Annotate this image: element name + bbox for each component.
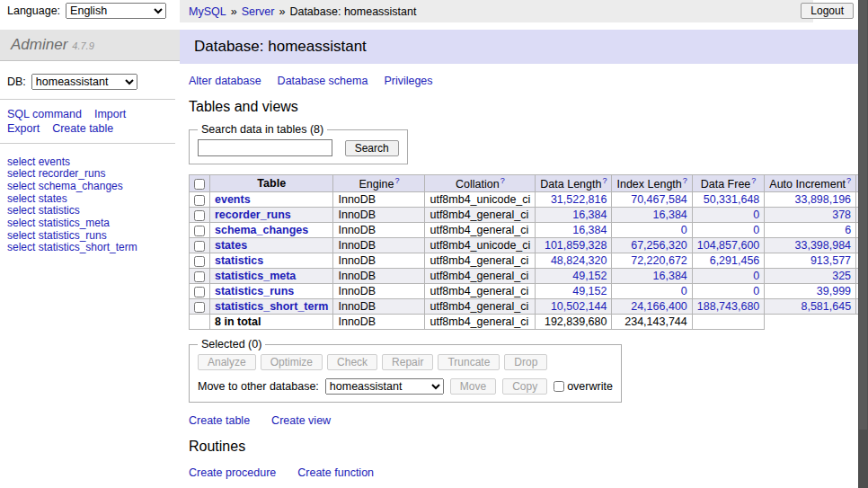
selected-action-button[interactable]: Drop bbox=[504, 354, 547, 370]
sidebar-table-link[interactable]: select states bbox=[7, 192, 173, 205]
data-free-link[interactable]: 50,331,648 bbox=[704, 193, 760, 206]
routine-link[interactable]: Create procedure bbox=[189, 466, 276, 479]
selected-action-button[interactable]: Check bbox=[327, 354, 377, 370]
copy-button[interactable]: Copy bbox=[502, 378, 547, 395]
index-length-link[interactable]: 0 bbox=[681, 285, 687, 297]
data-free-link[interactable]: 104,857,600 bbox=[697, 239, 760, 252]
sidebar-table-link[interactable]: select statistics_meta bbox=[7, 217, 173, 229]
data-free-link[interactable]: 6,291,456 bbox=[710, 254, 760, 267]
total-label: 8 in total bbox=[210, 315, 333, 330]
sidebar-action-link[interactable]: Import bbox=[94, 108, 126, 120]
sidebar-table-link[interactable]: select statistics_runs bbox=[7, 229, 173, 242]
row-checkbox[interactable] bbox=[194, 210, 205, 221]
row-checkbox[interactable] bbox=[194, 271, 205, 282]
index-length-link[interactable]: 67,256,320 bbox=[631, 239, 687, 252]
move-db-select[interactable]: homeassistant bbox=[325, 378, 444, 395]
column-help-link[interactable]: ? bbox=[751, 176, 756, 185]
search-input[interactable] bbox=[198, 139, 332, 156]
table-name-link[interactable]: states bbox=[215, 239, 247, 252]
sidebar-table-link[interactable]: select recorder_runs bbox=[7, 168, 173, 181]
index-length-link[interactable]: 72,220,672 bbox=[631, 254, 687, 267]
sidebar-table-link[interactable]: select statistics bbox=[7, 205, 173, 217]
sidebar-table-link[interactable]: select events bbox=[7, 155, 173, 168]
select-all-checkbox[interactable] bbox=[194, 179, 205, 190]
auto-increment-link[interactable]: 33,898,196 bbox=[795, 193, 852, 206]
db-action-link[interactable]: Privileges bbox=[384, 75, 432, 87]
breadcrumb-link-server[interactable]: Server bbox=[242, 5, 275, 18]
selected-action-button[interactable]: Analyze bbox=[198, 354, 256, 370]
index-length-link[interactable]: 70,467,584 bbox=[631, 193, 687, 206]
auto-increment-link[interactable]: 913,577 bbox=[810, 254, 851, 267]
row-checkbox[interactable] bbox=[194, 302, 205, 313]
index-length-link[interactable]: 16,384 bbox=[653, 270, 687, 282]
index-length-link[interactable]: 0 bbox=[681, 224, 687, 236]
column-help-link[interactable]: ? bbox=[846, 176, 851, 185]
auto-increment-link[interactable]: 325 bbox=[832, 270, 851, 282]
sidebar-links-row1: SQL commandImport bbox=[7, 108, 173, 120]
data-length-link[interactable]: 49,152 bbox=[572, 270, 607, 282]
auto-increment-link[interactable]: 39,999 bbox=[817, 285, 851, 297]
sidebar-action-link[interactable]: Export bbox=[7, 122, 40, 135]
data-free-link[interactable]: 0 bbox=[753, 270, 759, 282]
data-length-link[interactable]: 10,502,144 bbox=[551, 300, 607, 313]
auto-increment-cell: 33,398,984 bbox=[765, 238, 856, 253]
auto-increment-link[interactable]: 33,398,984 bbox=[795, 239, 852, 252]
row-checkbox[interactable] bbox=[194, 241, 205, 252]
logout-button[interactable]: Logout bbox=[801, 3, 854, 19]
auto-increment-link[interactable]: 8,581,645 bbox=[801, 300, 851, 313]
routine-link[interactable]: Create function bbox=[297, 466, 374, 479]
sidebar-action-link[interactable]: SQL command bbox=[7, 108, 82, 120]
data-length-link[interactable]: 49,152 bbox=[572, 285, 607, 297]
column-help-link[interactable]: ? bbox=[500, 176, 505, 185]
table-name-link[interactable]: events bbox=[215, 193, 251, 206]
row-checkbox[interactable] bbox=[194, 287, 205, 297]
auto-increment-link[interactable]: 378 bbox=[832, 209, 851, 221]
table-name-link[interactable]: statistics bbox=[215, 254, 263, 267]
total-filler bbox=[765, 315, 868, 330]
column-help-link[interactable]: ? bbox=[602, 176, 607, 185]
row-checkbox[interactable] bbox=[194, 256, 205, 267]
language-select[interactable]: English bbox=[66, 3, 166, 19]
sidebar-table-link[interactable]: select statistics_short_term bbox=[7, 242, 173, 254]
data-free-link[interactable]: 0 bbox=[753, 209, 759, 221]
column-help-link[interactable]: ? bbox=[394, 176, 399, 185]
table-row: schema_changes InnoDB utf8mb4_general_ci… bbox=[190, 223, 868, 238]
table-name-link[interactable]: statistics_meta bbox=[215, 270, 296, 282]
scrollbar-thumb[interactable] bbox=[859, 0, 867, 430]
scrollbar[interactable] bbox=[858, 0, 868, 488]
index-length-link[interactable]: 16,384 bbox=[653, 209, 687, 221]
overwrite-checkbox[interactable] bbox=[554, 381, 564, 392]
row-checkbox[interactable] bbox=[194, 226, 205, 236]
data-length-link[interactable]: 101,859,328 bbox=[545, 239, 607, 252]
data-length-link[interactable]: 48,824,320 bbox=[551, 254, 607, 267]
selected-action-button[interactable]: Repair bbox=[382, 354, 433, 370]
move-button[interactable]: Move bbox=[450, 378, 496, 395]
breadcrumb-link-mysql[interactable]: MySQL bbox=[189, 5, 226, 18]
db-action-link[interactable]: Alter database bbox=[189, 75, 261, 87]
data-free-cell: 0 bbox=[692, 223, 765, 238]
index-length-link[interactable]: 24,166,400 bbox=[631, 300, 687, 313]
data-free-link[interactable]: 0 bbox=[753, 285, 759, 297]
table-name-cell: statistics_meta bbox=[210, 269, 333, 284]
table-name-link[interactable]: schema_changes bbox=[215, 224, 308, 236]
data-length-link[interactable]: 16,384 bbox=[572, 209, 607, 221]
row-checkbox[interactable] bbox=[194, 195, 205, 206]
db-action-link[interactable]: Database schema bbox=[278, 75, 368, 87]
table-name-link[interactable]: statistics_short_term bbox=[215, 300, 328, 313]
auto-increment-link[interactable]: 6 bbox=[845, 224, 851, 236]
data-length-link[interactable]: 31,522,816 bbox=[551, 193, 607, 206]
column-help-link[interactable]: ? bbox=[683, 176, 687, 185]
sidebar-action-link[interactable]: Create table bbox=[52, 122, 113, 135]
table-name-link[interactable]: statistics_runs bbox=[215, 285, 294, 297]
data-free-link[interactable]: 0 bbox=[753, 224, 759, 236]
table-name-link[interactable]: recorder_runs bbox=[215, 209, 291, 221]
data-length-link[interactable]: 16,384 bbox=[572, 224, 607, 236]
db-select[interactable]: homeassistant bbox=[31, 74, 137, 90]
create-link[interactable]: Create table bbox=[189, 414, 250, 427]
data-free-link[interactable]: 188,743,680 bbox=[697, 300, 760, 313]
selected-action-button[interactable]: Optimize bbox=[261, 354, 323, 370]
selected-action-button[interactable]: Truncate bbox=[438, 354, 500, 370]
sidebar-table-link[interactable]: select schema_changes bbox=[7, 180, 173, 192]
search-button[interactable]: Search bbox=[345, 140, 399, 156]
create-link[interactable]: Create view bbox=[271, 414, 331, 427]
